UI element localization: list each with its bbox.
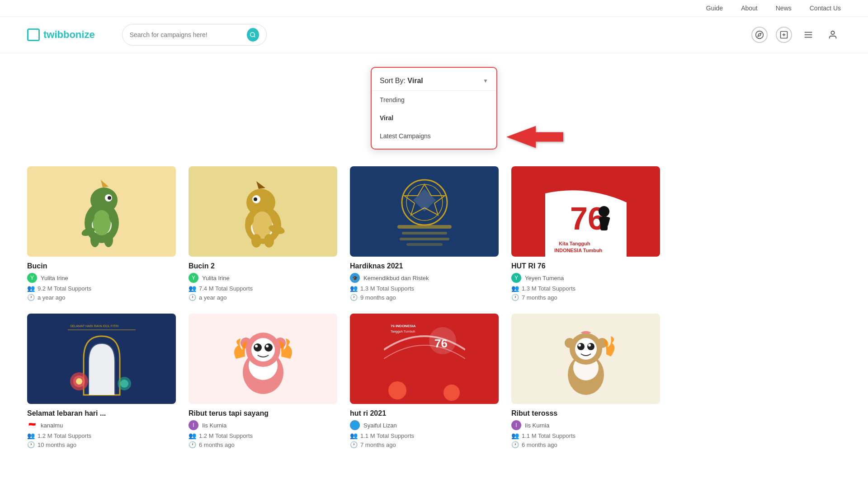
svg-rect-60 (68, 329, 136, 330)
supports-icon: 👥 (27, 432, 35, 439)
campaign-card-hardiknas[interactable]: Hardiknas 2021 🎓 Kemendikbud dan Ristek … (350, 166, 499, 301)
clock-icon: 🕐 (511, 294, 519, 301)
supports-icon: 👥 (189, 432, 196, 439)
card-stats-lebaran: 👥 1.2 M Total Supports (27, 432, 176, 439)
top-navigation: Guide About News Contact Us (0, 0, 868, 17)
card-meta-bucin: Y Yulita Irine (27, 273, 176, 283)
card-stats-bucin2: 👥 7.4 M Total Supports (189, 285, 337, 292)
nav-guide[interactable]: Guide (706, 5, 723, 12)
card-author-bucin: Yulita Irine (41, 275, 68, 282)
supports-icon: 👥 (350, 432, 358, 439)
svg-point-0 (250, 33, 255, 37)
clock-icon: 🕐 (189, 294, 196, 301)
campaign-card-hutri2021[interactable]: 76 76 INDONESIA Tangguh Tumbuh hut ri (350, 314, 499, 448)
card-author-lebaran: kanalmu (41, 422, 63, 429)
supports-icon: 👥 (189, 285, 196, 292)
user-icon[interactable] (825, 27, 841, 43)
svg-rect-41 (402, 232, 447, 235)
nav-about[interactable]: About (741, 5, 758, 12)
card-title-lebaran: Selamat lebaran hari ... (27, 409, 176, 418)
dropdown-chevron-icon: ▼ (483, 78, 488, 84)
svg-point-66 (254, 343, 262, 352)
svg-point-94 (565, 338, 575, 348)
campaign-card-bucin[interactable]: Bucin Y Yulita Irine 👥 9.2 M Total Suppo… (27, 166, 176, 301)
card-author-hutri2021: Syaiful Lizan (363, 422, 397, 429)
supports-icon: 👥 (27, 285, 35, 292)
sort-select-row[interactable]: Sort By: Viral ▼ (372, 71, 496, 91)
card-avatar-bucin: Y (27, 273, 37, 283)
svg-point-35 (264, 234, 274, 248)
red-arrow-indicator (506, 123, 565, 152)
compass-icon[interactable] (751, 27, 768, 43)
card-stats-hardiknas: 👥 1.3 M Total Supports (350, 285, 499, 292)
search-input[interactable] (130, 31, 244, 38)
svg-point-56 (76, 378, 82, 385)
svg-text:Kita Tangguh: Kita Tangguh (559, 241, 590, 246)
main-content: Sort By: Viral ▼ Trending Viral Latest C… (0, 53, 868, 462)
plus-square-icon[interactable] (776, 27, 792, 43)
svg-point-23 (104, 233, 113, 247)
campaign-card-hutri76[interactable]: 76 Kita Tangguh INDONESIA Tumbuh HUT RI … (511, 166, 660, 301)
card-time-ributerosss: 🕐 6 months ago (511, 441, 660, 448)
sort-option-trending[interactable]: Trending (372, 91, 496, 109)
svg-text:INDONESIA Tumbuh: INDONESIA Tumbuh (554, 248, 603, 253)
svg-point-28 (254, 197, 257, 201)
card-avatar-hardiknas: 🎓 (350, 273, 360, 283)
svg-text:76: 76 (434, 337, 448, 350)
svg-rect-80 (412, 359, 433, 370)
menu-icon[interactable] (800, 27, 816, 43)
svg-point-16 (108, 196, 111, 200)
card-image-hutri2021: 76 76 INDONESIA Tangguh Tumbuh (350, 314, 499, 404)
card-title-hardiknas: Hardiknas 2021 (350, 262, 499, 270)
card-time-hutri76: 🕐 7 months ago (511, 294, 660, 301)
svg-point-58 (120, 380, 128, 388)
svg-point-84 (443, 385, 460, 401)
svg-point-69 (266, 345, 269, 347)
card-avatar-hutri76: Y (511, 273, 521, 283)
supports-icon: 👥 (511, 285, 519, 292)
svg-marker-26 (256, 181, 265, 189)
card-title-hutri2021: hut ri 2021 (350, 409, 499, 418)
svg-point-67 (264, 343, 273, 352)
campaign-card-bucin2[interactable]: Bucin 2 Y Yulita Irine 👥 7.4 M Total Sup… (189, 166, 337, 301)
card-title-ribut: Ribut terus tapi sayang (189, 409, 337, 418)
nav-news[interactable]: News (776, 5, 792, 12)
nav-contact[interactable]: Contact Us (810, 5, 841, 12)
card-stats-ributerosss: 👥 1.1 M Total Supports (511, 432, 660, 439)
card-author-ribut: Iis Kurnia (202, 422, 226, 429)
card-time-hutri2021: 🕐 7 months ago (350, 441, 499, 448)
card-image-ributerosss (511, 314, 660, 404)
card-meta-hutri76: Y Yeyen Tumena (511, 273, 660, 283)
logo-link[interactable]: twibbonize (27, 28, 95, 41)
svg-point-83 (388, 381, 406, 399)
campaign-card-ribut[interactable]: Ribut terus tapi sayang I Iis Kurnia 👥 1… (189, 314, 337, 448)
card-meta-ributerosss: I Iis Kurnia (511, 420, 660, 430)
svg-rect-43 (406, 243, 443, 246)
sort-dropdown-container: Sort By: Viral ▼ Trending Viral Latest C… (371, 67, 497, 150)
sort-option-latest[interactable]: Latest Campaigns (372, 127, 496, 145)
campaign-card-ributerosss[interactable]: Ribut terosss I Iis Kurnia 👥 1.1 M Total… (511, 314, 660, 448)
card-title-bucin: Bucin (27, 262, 176, 270)
card-author-hardiknas: Kemendikbud dan Ristek (363, 275, 429, 282)
sort-option-viral[interactable]: Viral (372, 109, 496, 127)
clock-icon: 🕐 (27, 441, 35, 448)
card-title-ributerosss: Ribut terosss (511, 409, 660, 418)
sort-dropdown-box: Sort By: Viral ▼ Trending Viral Latest C… (371, 67, 497, 150)
svg-line-1 (254, 36, 255, 38)
svg-text:Tangguh Tumbuh: Tangguh Tumbuh (391, 330, 415, 333)
svg-point-90 (577, 343, 585, 350)
logo-icon (27, 28, 40, 41)
card-avatar-hutri2021: 🌐 (350, 420, 360, 430)
card-image-bucin (27, 166, 176, 257)
svg-point-93 (588, 344, 591, 347)
card-meta-hutri2021: 🌐 Syaiful Lizan (350, 420, 499, 430)
search-bar (122, 24, 267, 46)
search-button[interactable] (247, 28, 259, 42)
card-image-lebaran: SELAMAT HARI RAYA IDUL FITRI (27, 314, 176, 404)
campaign-card-lebaran[interactable]: SELAMAT HARI RAYA IDUL FITRI Selamat leb… (27, 314, 176, 448)
clock-icon: 🕐 (350, 294, 358, 301)
site-header: twibbonize (0, 17, 868, 53)
svg-point-2 (756, 31, 764, 39)
card-meta-bucin2: Y Yulita Irine (189, 273, 337, 283)
clock-icon: 🕐 (27, 294, 35, 301)
